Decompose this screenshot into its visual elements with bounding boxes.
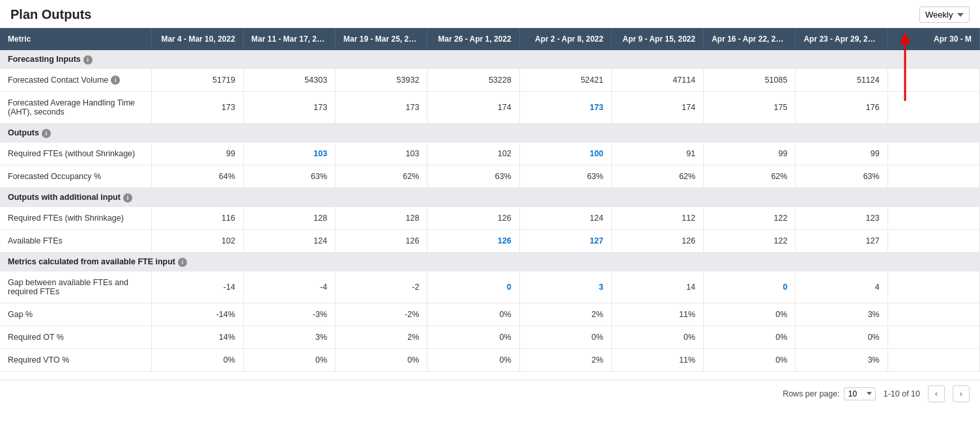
value-cell: 126	[336, 229, 427, 252]
table-row: Required FTEs (with Shrinkage)1161281281…	[0, 207, 980, 230]
info-icon-outputs[interactable]: i	[42, 129, 51, 138]
value-cell: 0%	[427, 348, 519, 371]
plan-outputs-table: Metric Mar 4 - Mar 10, 2022 Mar 11 - Mar…	[0, 28, 980, 372]
value-cell: 4	[796, 271, 887, 303]
value-cell: 174	[427, 92, 519, 124]
pagination-prev-button[interactable]: ‹	[928, 385, 945, 402]
value-cell: -4	[243, 271, 335, 303]
metric-cell: Gap between available FTEs and required …	[0, 271, 151, 303]
value-cell	[887, 165, 979, 188]
controls-area: Weekly	[919, 7, 970, 23]
value-cell: 3	[519, 271, 611, 303]
info-icon-forecasting-inputs[interactable]: i	[83, 55, 93, 64]
section-label-forecasting-inputs: Forecasting Inputsi	[0, 50, 980, 69]
value-cell: 122	[704, 207, 796, 230]
value-cell: 112	[611, 207, 703, 230]
value-cell: 126	[611, 229, 703, 252]
value-cell: 63%	[796, 165, 887, 188]
value-cell: 173	[151, 92, 243, 124]
value-cell: 62%	[611, 165, 703, 188]
table-footer: Rows per page: 10 25 50 100 1-10 of 10 ‹…	[0, 380, 980, 408]
col-header-mar26: Mar 26 - Apr 1, 2022	[427, 28, 519, 50]
pagination-info: 1-10 of 10	[884, 389, 920, 398]
value-cell: 0%	[427, 303, 519, 326]
value-cell: 124	[243, 229, 335, 252]
value-cell: 2%	[519, 348, 611, 371]
value-cell	[887, 207, 979, 230]
value-cell: 100	[519, 143, 611, 165]
value-cell: 0%	[796, 326, 887, 348]
value-cell: 62%	[336, 165, 427, 188]
value-cell: 127	[519, 229, 611, 252]
value-cell: 47114	[611, 69, 703, 92]
value-cell	[887, 229, 979, 252]
section-row-metrics-fte: Metrics calculated from available FTE in…	[0, 252, 980, 271]
value-cell: 122	[704, 229, 796, 252]
value-cell: 64%	[151, 165, 243, 188]
value-cell: 3%	[796, 348, 887, 371]
value-cell: 176	[796, 92, 887, 124]
value-cell	[887, 348, 979, 371]
table-row: Forecasted Contact Volumei51719543035393…	[0, 69, 980, 92]
value-cell: 0%	[704, 303, 796, 326]
metric-cell: Required VTO %	[0, 348, 151, 371]
value-cell: 2%	[519, 303, 611, 326]
col-header-apr16: Apr 16 - Apr 22, 2022	[704, 28, 796, 50]
section-row-forecasting-inputs: Forecasting Inputsi	[0, 50, 980, 69]
value-cell: 53228	[427, 69, 519, 92]
value-cell: -2	[336, 271, 427, 303]
table-row: Gap between available FTEs and required …	[0, 271, 980, 303]
info-icon-outputs-additional[interactable]: i	[123, 193, 132, 202]
info-icon-metrics-fte[interactable]: i	[178, 258, 187, 267]
frequency-select[interactable]: Weekly	[919, 7, 970, 23]
col-header-apr9: Apr 9 - Apr 15, 2022	[611, 28, 703, 50]
value-cell: 0%	[519, 326, 611, 348]
value-cell: 123	[796, 207, 887, 230]
value-cell: 62%	[704, 165, 796, 188]
section-label-metrics-fte: Metrics calculated from available FTE in…	[0, 252, 980, 271]
value-cell: 102	[151, 229, 243, 252]
metric-cell: Forecasted Contact Volumei	[0, 69, 151, 92]
section-label-outputs: Outputsi	[0, 124, 980, 143]
value-cell: 2%	[336, 326, 427, 348]
page-title: Plan Outputs	[10, 7, 91, 22]
value-cell: 103	[243, 143, 335, 165]
value-cell: 175	[704, 92, 796, 124]
table-row: Required FTEs (without Shrinkage)9910310…	[0, 143, 980, 165]
value-cell: 54303	[243, 69, 335, 92]
table-wrapper: Metric Mar 4 - Mar 10, 2022 Mar 11 - Mar…	[0, 28, 980, 372]
value-cell: 0%	[427, 326, 519, 348]
value-cell: 63%	[519, 165, 611, 188]
value-cell: 126	[427, 229, 519, 252]
rows-per-page-select[interactable]: 10 25 50 100	[844, 387, 876, 400]
pagination-next-button[interactable]: ›	[953, 385, 970, 402]
value-cell: 11%	[611, 303, 703, 326]
metric-cell: Required OT %	[0, 326, 151, 348]
value-cell: 103	[336, 143, 427, 165]
value-cell: -2%	[336, 303, 427, 326]
value-cell: 127	[796, 229, 887, 252]
table-row: Forecasted Occupancy %64%63%62%63%63%62%…	[0, 165, 980, 188]
value-cell: 63%	[427, 165, 519, 188]
col-header-apr23: Apr 23 - Apr 29, 2022	[796, 28, 887, 50]
value-cell	[887, 271, 979, 303]
value-cell: 128	[243, 207, 335, 230]
table-row: Forecasted Average Handling Time (AHT), …	[0, 92, 980, 124]
table-row: Required OT %14%3%2%0%0%0%0%0%	[0, 326, 980, 348]
horizontal-scrollbar[interactable]	[0, 372, 980, 380]
metric-cell: Gap %	[0, 303, 151, 326]
rows-per-page-control: Rows per page: 10 25 50 100	[783, 387, 876, 400]
table-header-row: Metric Mar 4 - Mar 10, 2022 Mar 11 - Mar…	[0, 28, 980, 50]
value-cell: 3%	[796, 303, 887, 326]
value-cell	[887, 143, 979, 165]
metric-cell: Required FTEs (without Shrinkage)	[0, 143, 151, 165]
value-cell: 99	[151, 143, 243, 165]
value-cell: -14%	[151, 303, 243, 326]
value-cell: -14	[151, 271, 243, 303]
value-cell: 0%	[336, 348, 427, 371]
section-row-outputs-additional: Outputs with additional inputi	[0, 188, 980, 207]
info-icon-metric[interactable]: i	[111, 76, 120, 85]
value-cell: 173	[336, 92, 427, 124]
value-cell: 0%	[243, 348, 335, 371]
value-cell: 0%	[704, 348, 796, 371]
